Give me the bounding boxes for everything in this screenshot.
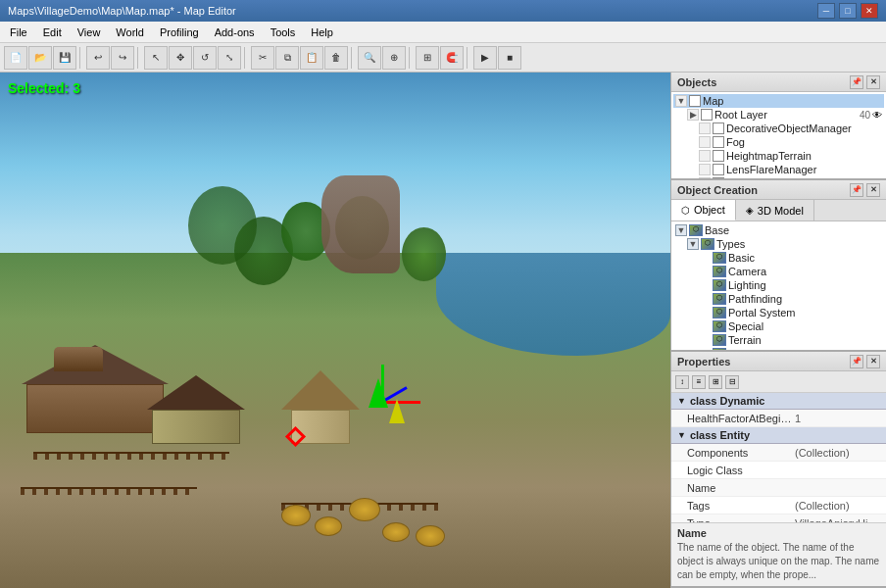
- menu-item-help[interactable]: Help: [303, 22, 341, 43]
- checkbox-2[interactable]: [713, 122, 724, 134]
- expand-btn-2[interactable]: [699, 122, 711, 134]
- checkbox-0[interactable]: [689, 95, 701, 107]
- objects-tree-content[interactable]: ▼ Map ▶ Root Layer 40 👁 DecorativeObject…: [671, 92, 886, 178]
- toolbar-scale[interactable]: ⤡: [218, 46, 241, 70]
- creation-tab-3d-model[interactable]: ◈3D Model: [736, 200, 814, 220]
- creation-tree-node-5[interactable]: ⬡ Pathfinding: [673, 292, 884, 306]
- checkbox-6[interactable]: [713, 177, 724, 178]
- creation-tree-node-7[interactable]: ⬡ Special: [673, 319, 884, 333]
- toolbar-grid[interactable]: ⊞: [416, 46, 439, 70]
- toolbar-play[interactable]: ▶: [473, 46, 497, 70]
- creation-pin-icon[interactable]: 📌: [850, 183, 863, 197]
- toolbar-new[interactable]: 📄: [4, 46, 27, 70]
- toolbar-cut[interactable]: ✂: [251, 46, 274, 70]
- props-sort-icon[interactable]: ↕: [675, 375, 689, 389]
- objects-tree-node-0[interactable]: ▼ Map: [673, 94, 884, 108]
- expand-btn-4[interactable]: [699, 150, 711, 162]
- props-filter-icon[interactable]: ≡: [692, 375, 706, 389]
- props-expand-icon[interactable]: ⊞: [709, 375, 722, 389]
- toolbar-redo[interactable]: ↪: [111, 46, 134, 70]
- objects-tree-node-1[interactable]: ▶ Root Layer 40 👁: [673, 108, 884, 122]
- c-label-9: Water Plane: [728, 348, 787, 350]
- creation-tree-node-8[interactable]: ⬡ Terrain: [673, 333, 884, 347]
- checkbox-1[interactable]: [701, 109, 713, 121]
- minimize-button[interactable]: ─: [817, 3, 835, 19]
- visibility-icon-1[interactable]: 👁: [872, 110, 882, 121]
- expand-btn-1[interactable]: ▶: [687, 109, 699, 121]
- expand-btn-6[interactable]: [699, 177, 711, 178]
- prop-row-1-3[interactable]: Tags (Collection): [671, 497, 886, 514]
- menu-item-profiling[interactable]: Profiling: [152, 22, 207, 43]
- toolbar-rotate[interactable]: ↺: [193, 46, 217, 70]
- prop-row-1-0[interactable]: Components (Collection): [671, 444, 886, 462]
- prop-row-0-0[interactable]: HealthFactorAtBeginning 1: [671, 410, 886, 427]
- menu-item-edit[interactable]: Edit: [35, 22, 70, 43]
- menu-item-tools[interactable]: Tools: [263, 22, 304, 43]
- c-expand-1[interactable]: ▼: [687, 238, 699, 250]
- checkbox-4[interactable]: [713, 150, 724, 162]
- toolbar-undo[interactable]: ↩: [86, 46, 110, 70]
- prop-row-1-1[interactable]: Logic Class: [671, 462, 886, 479]
- objects-tree-node-2[interactable]: DecorativeObjectManager: [673, 122, 884, 135]
- objects-tree-node-3[interactable]: Fog: [673, 135, 884, 149]
- prop-section-1[interactable]: ▼class Entity: [671, 427, 886, 444]
- toolbar-delete[interactable]: 🗑: [324, 46, 348, 70]
- objects-close-icon[interactable]: ✕: [866, 75, 880, 89]
- expand-btn-0[interactable]: ▼: [675, 95, 687, 107]
- c-expand-0[interactable]: ▼: [675, 224, 687, 236]
- properties-content[interactable]: ▼class Dynamic HealthFactorAtBeginning 1…: [671, 393, 886, 522]
- toolbar-move[interactable]: ✥: [169, 46, 192, 70]
- toolbar-zoom-sel[interactable]: ⊕: [382, 46, 406, 70]
- prop-row-1-2[interactable]: Name: [671, 479, 886, 497]
- toolbar-select[interactable]: ↖: [144, 46, 168, 70]
- objects-pin-icon[interactable]: 📌: [850, 75, 863, 89]
- properties-panel-header[interactable]: Properties 📌 ✕: [671, 352, 886, 371]
- creation-tree-node-2[interactable]: ⬡ Basic: [673, 251, 884, 265]
- creation-tree-node-9[interactable]: ⬡ Water Plane: [673, 347, 884, 350]
- props-collapse-icon[interactable]: ⊟: [725, 375, 739, 389]
- props-pin-icon[interactable]: 📌: [850, 355, 863, 368]
- maximize-button[interactable]: □: [839, 3, 857, 19]
- toolbar-paste[interactable]: 📋: [300, 46, 323, 70]
- creation-tree-node-1[interactable]: ▼ ⬡ Types: [673, 237, 884, 251]
- objects-tree-node-5[interactable]: LensFlareManager: [673, 163, 884, 176]
- tree-label-1: Root Layer: [714, 109, 767, 121]
- toolbar-snap[interactable]: 🧲: [440, 46, 464, 70]
- creation-tree-node-6[interactable]: ⬡ Portal System: [673, 306, 884, 319]
- properties-toolbar: ↕ ≡ ⊞ ⊟: [671, 371, 886, 393]
- toolbar-copy[interactable]: ⧉: [275, 46, 299, 70]
- checkbox-5[interactable]: [713, 164, 724, 175]
- objects-tree-node-6[interactable]: MapCompositorManager: [673, 176, 884, 178]
- menu-item-add-ons[interactable]: Add-ons: [207, 22, 263, 43]
- toolbar-zoom-fit[interactable]: 🔍: [358, 46, 381, 70]
- prop-value-1-0[interactable]: (Collection): [795, 447, 880, 459]
- creation-tree-node-4[interactable]: ⬡ Lighting: [673, 278, 884, 292]
- menu-item-file[interactable]: File: [2, 22, 35, 43]
- menu-item-world[interactable]: World: [108, 22, 152, 43]
- menu-item-view[interactable]: View: [70, 22, 109, 43]
- creation-tree-node-3[interactable]: ⬡ Camera: [673, 265, 884, 278]
- creation-close-icon[interactable]: ✕: [866, 183, 880, 197]
- prop-section-0[interactable]: ▼class Dynamic: [671, 393, 886, 410]
- creation-tree[interactable]: ▼ ⬡ Base ▼ ⬡ Types ⬡ Basic ⬡ Camera ⬡ Li…: [671, 221, 886, 350]
- viewport[interactable]: Selected: 3: [0, 73, 670, 588]
- toolbar-stop[interactable]: ■: [498, 46, 521, 70]
- prop-row-1-4[interactable]: Type VillageApiaryHive (Dynamic): [671, 514, 886, 522]
- creation-tab-object[interactable]: ⬡Object: [671, 200, 736, 220]
- creation-panel-header[interactable]: Object Creation 📌 ✕: [671, 180, 886, 200]
- creation-tree-node-0[interactable]: ▼ ⬡ Base: [673, 223, 884, 237]
- prop-value-0-0[interactable]: 1: [795, 413, 880, 424]
- toolbar-open[interactable]: 📂: [28, 46, 52, 70]
- expand-btn-3[interactable]: [699, 136, 711, 148]
- checkbox-3[interactable]: [713, 136, 724, 148]
- cone-1: [369, 378, 388, 408]
- objects-panel-header[interactable]: Objects 📌 ✕: [671, 73, 886, 92]
- close-button[interactable]: ✕: [861, 3, 878, 19]
- expand-btn-5[interactable]: [699, 164, 711, 175]
- objects-tree-node-4[interactable]: HeightmapTerrain: [673, 149, 884, 163]
- apiary-indicator-2: [389, 399, 405, 423]
- toolbar-save[interactable]: 💾: [53, 46, 76, 70]
- prop-value-1-3[interactable]: (Collection): [795, 500, 880, 512]
- creation-panel-icons: 📌 ✕: [850, 183, 880, 197]
- props-close-icon[interactable]: ✕: [866, 355, 880, 368]
